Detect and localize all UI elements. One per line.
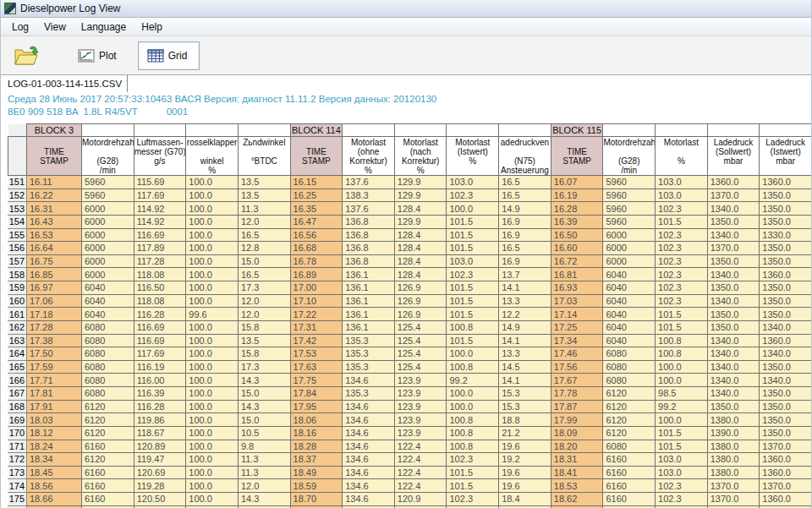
cell[interactable]: 17.71 [27, 374, 82, 387]
cell[interactable]: 13.5 [238, 334, 290, 347]
cell[interactable]: 117.89 [134, 242, 186, 255]
row-number[interactable]: 154 [8, 215, 27, 228]
cell[interactable]: 128.4 [394, 254, 447, 268]
cell[interactable]: 13.3 [499, 347, 551, 361]
cell[interactable]: 119.86 [134, 413, 186, 427]
cell[interactable]: 16.43 [27, 215, 82, 228]
cell[interactable]: 1350.0 [707, 254, 760, 268]
cell[interactable]: 120.69 [134, 466, 186, 479]
cell[interactable]: 116.00 [134, 374, 186, 387]
cell[interactable]: 123.9 [394, 387, 447, 401]
cell[interactable]: 17.78 [551, 387, 603, 401]
cell[interactable]: 103.0 [656, 188, 708, 202]
cell[interactable]: 15.8 [238, 347, 290, 361]
cell[interactable]: 1350.0 [760, 387, 812, 401]
cell[interactable]: 6160 [82, 479, 134, 493]
row-number[interactable]: 169 [8, 413, 27, 427]
cell[interactable]: 100.0 [186, 440, 239, 453]
cell[interactable]: 1390.0 [707, 426, 760, 440]
cell[interactable]: 103.0 [447, 254, 499, 268]
cell[interactable]: 6080 [82, 374, 134, 387]
cell[interactable]: 123.9 [394, 374, 447, 387]
cell[interactable]: 17.50 [27, 347, 82, 361]
cell[interactable]: 116.28 [134, 400, 186, 413]
cell[interactable]: 18.56 [27, 479, 82, 493]
cell[interactable]: 101.5 [656, 426, 708, 440]
cell[interactable]: 100.0 [447, 202, 499, 216]
cell[interactable]: 15.3 [499, 400, 551, 413]
cell[interactable]: 16.53 [27, 228, 82, 242]
cell[interactable]: 102.3 [656, 202, 708, 216]
cell[interactable]: 100.0 [186, 242, 239, 255]
cell[interactable]: 122.4 [394, 440, 447, 453]
cell[interactable]: 135.3 [343, 334, 395, 347]
cell[interactable]: 18.53 [551, 479, 603, 493]
cell[interactable]: 135.3 [343, 360, 395, 374]
cell[interactable]: 99.2 [447, 374, 499, 387]
row-number[interactable]: 171 [8, 440, 27, 453]
cell[interactable]: 18.49 [290, 466, 343, 479]
cell[interactable]: 116.69 [134, 228, 186, 242]
cell[interactable]: 100.0 [186, 294, 239, 308]
cell[interactable]: 16.60 [551, 242, 603, 255]
cell[interactable]: 5960 [603, 188, 656, 202]
cell[interactable]: 6120 [603, 400, 656, 413]
cell[interactable]: 136.1 [343, 281, 395, 295]
cell[interactable]: 123.9 [394, 413, 447, 427]
cell[interactable]: 136.8 [343, 242, 395, 255]
cell[interactable]: 123.9 [394, 426, 447, 440]
row-number[interactable]: 160 [8, 294, 27, 308]
cell[interactable]: 1370.0 [707, 188, 760, 202]
cell[interactable]: 6080 [82, 347, 134, 361]
cell[interactable]: 18.37 [290, 453, 343, 467]
row-number[interactable]: 156 [8, 242, 27, 255]
cell[interactable]: 5960 [82, 188, 134, 202]
cell[interactable]: 18.45 [27, 466, 82, 479]
cell[interactable]: 100.0 [447, 400, 499, 413]
cell[interactable]: 134.6 [343, 374, 395, 387]
cell[interactable]: 6080 [82, 387, 134, 401]
cell[interactable]: 1350.0 [707, 308, 760, 321]
cell[interactable]: 100.0 [186, 374, 239, 387]
cell[interactable]: 6000 [82, 242, 134, 255]
cell[interactable]: 102.3 [656, 479, 708, 493]
cell[interactable]: 6080 [82, 334, 134, 347]
cell[interactable]: 1350.0 [707, 400, 760, 413]
cell[interactable]: 17.18 [27, 308, 82, 321]
cell[interactable]: 11.3 [238, 466, 290, 479]
cell[interactable]: 1350.0 [707, 215, 760, 228]
cell[interactable]: 16.85 [27, 268, 82, 281]
cell[interactable]: 10.5 [238, 426, 290, 440]
cell[interactable]: 13.5 [238, 188, 290, 202]
cell[interactable]: 100.0 [186, 176, 239, 189]
cell[interactable]: 5960 [82, 176, 134, 189]
row-number[interactable]: 162 [8, 320, 27, 334]
cell[interactable]: 9.8 [238, 440, 290, 453]
plot-button[interactable]: Plot [70, 44, 124, 68]
cell[interactable]: 136.1 [343, 294, 395, 308]
cell[interactable]: 1370.0 [707, 479, 760, 493]
cell[interactable]: 18.4 [499, 493, 551, 506]
cell[interactable]: 11.3 [238, 202, 290, 216]
cell[interactable]: 100.0 [186, 254, 239, 268]
cell[interactable]: 16.50 [551, 228, 603, 242]
cell[interactable]: 128.4 [394, 202, 447, 216]
cell[interactable]: 19.6 [499, 440, 551, 453]
cell[interactable]: 14.1 [499, 334, 551, 347]
cell[interactable]: 1340.0 [707, 228, 760, 242]
cell[interactable]: 100.0 [186, 268, 239, 281]
cell[interactable]: 19.6 [499, 479, 551, 493]
cell[interactable]: 100.0 [186, 493, 239, 506]
cell[interactable]: 100.0 [186, 466, 239, 479]
cell[interactable]: 16.93 [551, 281, 603, 295]
cell[interactable]: 15.3 [499, 387, 551, 401]
cell[interactable]: 116.39 [134, 387, 186, 401]
cell[interactable]: 18.8 [499, 413, 551, 427]
cell[interactable]: 118.08 [134, 294, 186, 308]
cell[interactable]: 100.0 [186, 400, 239, 413]
cell[interactable]: 100.0 [656, 413, 708, 427]
cell[interactable]: 129.9 [394, 188, 447, 202]
cell[interactable]: 119.28 [134, 479, 186, 493]
cell[interactable]: 101.5 [447, 308, 499, 321]
cell[interactable]: 17.75 [290, 374, 343, 387]
